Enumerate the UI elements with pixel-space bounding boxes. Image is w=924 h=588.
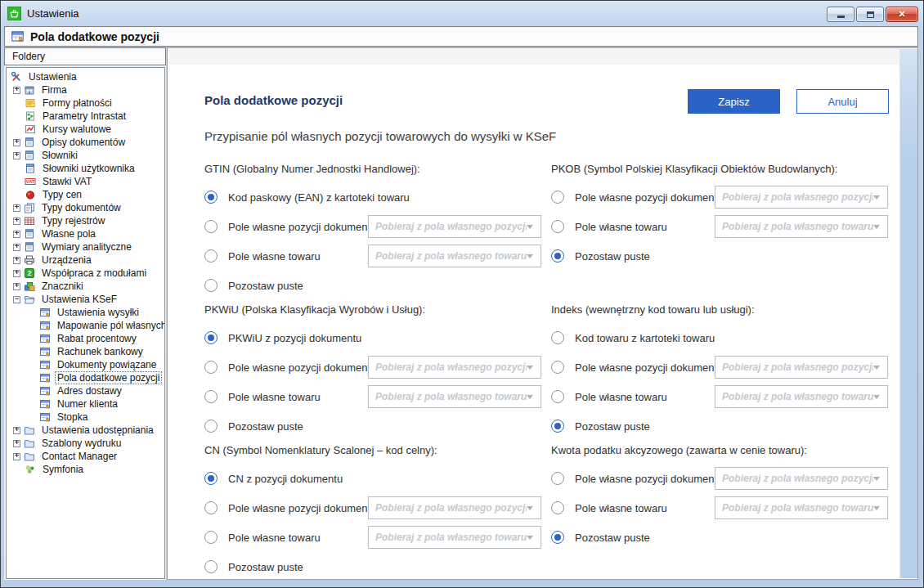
radio-label[interactable]: Pole własne towaru: [575, 221, 667, 233]
expand-icon[interactable]: +: [13, 204, 20, 212]
radio-label[interactable]: Pole własne pozycji dokumentu: [575, 361, 723, 374]
expand-icon[interactable]: +: [13, 139, 20, 146]
cancel-button[interactable]: Anuluj: [796, 89, 889, 114]
expand-icon[interactable]: +: [13, 152, 20, 159]
tree-item[interactable]: +Typy dokumentów: [7, 201, 164, 214]
tree-item[interactable]: VATStawki VAT: [7, 175, 164, 188]
tree-item[interactable]: Dokumenty powiązane: [7, 358, 164, 371]
radio-button[interactable]: [204, 191, 218, 204]
save-button[interactable]: Zapisz: [688, 89, 780, 114]
maximize-button[interactable]: [856, 7, 884, 22]
tree-item[interactable]: +Urządzenia: [7, 254, 164, 267]
radio-button[interactable]: [551, 420, 564, 433]
tree-item[interactable]: +Typy rejestrów: [7, 214, 164, 227]
radio-button[interactable]: [204, 390, 218, 403]
tree-item[interactable]: +Ustawienia udostępniania: [7, 424, 164, 437]
radio-button[interactable]: [551, 390, 564, 403]
tree-item[interactable]: Rachunek bankowy: [7, 345, 164, 358]
radio-label[interactable]: Pozostaw puste: [228, 561, 303, 573]
tree-item[interactable]: +Wymiary analityczne: [7, 240, 164, 254]
radio-button[interactable]: [551, 191, 564, 204]
dropdown-arrow-icon: [527, 225, 533, 229]
radio-label[interactable]: Pole własne towaru: [228, 250, 321, 263]
radio-label[interactable]: Pozostaw puste: [228, 420, 303, 433]
tree-item[interactable]: +Własne pola: [7, 227, 164, 240]
radio-label[interactable]: Pozostaw puste: [575, 420, 650, 433]
tree-item[interactable]: Mapowanie pól własnych: [7, 319, 164, 332]
expand-icon[interactable]: +: [13, 283, 20, 290]
documents-icon: [24, 202, 35, 213]
tree-item[interactable]: +Contact Manager: [7, 450, 164, 463]
radio-label[interactable]: Pole własne pozycji dokumentu: [228, 221, 376, 233]
tree-item[interactable]: Pola dodatkowe pozycji: [7, 371, 164, 384]
expand-icon[interactable]: +: [13, 270, 20, 277]
expand-icon[interactable]: +: [13, 257, 20, 264]
tree-item[interactable]: Adres dostawy: [7, 384, 164, 397]
radio-button[interactable]: [204, 279, 218, 292]
vertical-scrollbar[interactable]: [899, 49, 917, 578]
radio-label[interactable]: Pole własne pozycji dokumentu: [228, 361, 376, 374]
radio-button[interactable]: [204, 531, 218, 544]
radio-button[interactable]: [204, 220, 218, 233]
radio-label[interactable]: Pozostaw puste: [228, 280, 303, 292]
tree-item[interactable]: +Opisy dokumentów: [7, 136, 164, 149]
radio-button[interactable]: [551, 249, 564, 263]
tree-item[interactable]: −Ustawienia KSeF: [7, 293, 164, 306]
radio-button[interactable]: [551, 472, 564, 485]
radio-button[interactable]: [551, 220, 564, 233]
radio-label[interactable]: Pole własne towaru: [575, 502, 667, 514]
radio-label[interactable]: Pozostaw puste: [575, 250, 650, 263]
radio-label[interactable]: Pole własne towaru: [228, 532, 321, 544]
tree-item[interactable]: Ustawienia: [7, 70, 164, 83]
tree-item[interactable]: Stopka: [7, 411, 164, 424]
radio-button[interactable]: [204, 420, 218, 433]
radio-button[interactable]: [204, 249, 218, 263]
radio-button[interactable]: [204, 501, 218, 514]
radio-label[interactable]: CN z pozycji dokumentu: [228, 473, 343, 485]
radio-label[interactable]: Pole własne pozycji dokumentu: [575, 473, 723, 485]
radio-label[interactable]: Pole własne towaru: [575, 391, 667, 403]
tree-item[interactable]: +Szablony wydruku: [7, 437, 164, 450]
tree-item[interactable]: +2Współpraca z modułami: [7, 267, 164, 280]
radio-button[interactable]: [551, 531, 564, 544]
tree-item[interactable]: Rabat procentowy: [7, 332, 164, 345]
close-button[interactable]: ✕: [886, 7, 918, 22]
tree-item-label: Firma: [39, 83, 70, 97]
radio-button[interactable]: [551, 331, 564, 344]
tree-item[interactable]: Typy cen: [7, 188, 164, 201]
radio-button[interactable]: [204, 472, 218, 485]
radio-button[interactable]: [204, 331, 218, 344]
expand-icon[interactable]: +: [13, 427, 20, 434]
tree-item[interactable]: Symfonia: [7, 463, 164, 476]
expand-icon[interactable]: +: [13, 453, 20, 460]
radio-button[interactable]: [204, 560, 218, 573]
radio-button[interactable]: [551, 501, 564, 514]
tree-item[interactable]: +Znaczniki: [7, 280, 164, 293]
radio-label[interactable]: Pole własne pozycji dokumentu: [228, 502, 376, 514]
radio-button[interactable]: [551, 361, 564, 374]
minimize-button[interactable]: [827, 7, 854, 22]
radio-label[interactable]: Pole własne pozycji dokumentu: [575, 191, 723, 204]
tree-item[interactable]: Numer klienta: [7, 397, 164, 411]
tree-item-label: Stawki VAT: [40, 175, 94, 188]
expand-icon[interactable]: +: [13, 440, 20, 447]
collapse-icon[interactable]: −: [13, 296, 20, 303]
expand-icon[interactable]: +: [13, 231, 20, 238]
radio-label[interactable]: Kod towaru z kartoteki towaru: [575, 332, 715, 344]
radio-label[interactable]: PKWiU z pozycji dokumentu: [228, 332, 361, 344]
tree-item-label: Formy płatności: [40, 97, 114, 110]
expand-icon[interactable]: +: [13, 218, 20, 225]
radio-label[interactable]: Pozostaw puste: [575, 532, 650, 544]
tree-item[interactable]: +Słowniki: [7, 149, 164, 162]
tree-item[interactable]: Formy płatności: [7, 97, 164, 110]
expand-icon[interactable]: +: [13, 244, 20, 251]
tree-item[interactable]: Kursy walutowe: [7, 123, 164, 136]
tree-item[interactable]: Ustawienia wysyłki: [7, 306, 164, 319]
expand-icon[interactable]: +: [13, 87, 20, 94]
tree-item[interactable]: Słowniki użytkownika: [7, 162, 164, 175]
radio-label[interactable]: Kod paskowy (EAN) z kartoteki towaru: [228, 191, 410, 204]
tree-item[interactable]: +Firma: [7, 83, 164, 97]
radio-button[interactable]: [204, 361, 218, 374]
radio-label[interactable]: Pole własne towaru: [228, 391, 321, 403]
tree-item[interactable]: Parametry Intrastat: [7, 110, 164, 123]
